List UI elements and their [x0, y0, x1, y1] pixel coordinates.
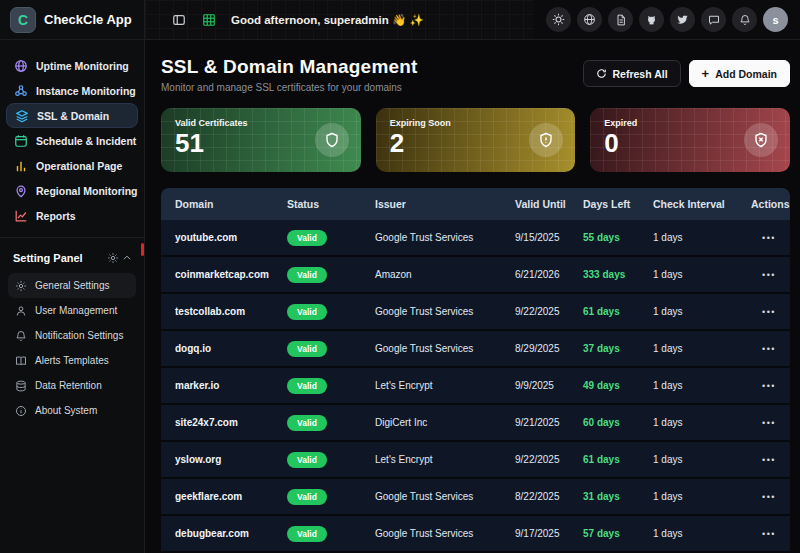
table-row[interactable]: marker.io Valid Let's Encrypt 9/9/2025 4…	[161, 368, 790, 405]
sidebar-item-label: Schedule & Incident	[36, 135, 136, 147]
add-domain-button[interactable]: + Add Domain	[689, 60, 790, 87]
sidebar-item-alerts-templates[interactable]: Alerts Templates	[8, 348, 136, 373]
check-interval-cell: 1 days	[653, 232, 751, 243]
sidebar-item-data-retention[interactable]: Data Retention	[8, 373, 136, 398]
sidebar-item-general-settings[interactable]: General Settings	[8, 273, 136, 298]
column-header-days-left: Days Left	[583, 198, 653, 210]
row-actions-button[interactable]: •••	[762, 270, 776, 280]
domains-table: Domain Status Issuer Valid Until Days Le…	[161, 188, 790, 553]
status-badge: Valid	[287, 304, 327, 320]
issuer-cell: Amazon	[375, 269, 515, 280]
row-actions-button[interactable]: •••	[762, 307, 776, 317]
table-row[interactable]: debugbear.com Valid Google Trust Service…	[161, 516, 790, 553]
globe-icon	[583, 13, 596, 26]
status-badge: Valid	[287, 230, 327, 246]
status-cell: Valid	[287, 341, 375, 357]
status-badge: Valid	[287, 415, 327, 431]
page-header: SSL & Domain Management Monitor and mana…	[161, 56, 790, 93]
refresh-icon	[596, 68, 607, 79]
valid-until-cell: 9/22/2025	[515, 454, 583, 465]
issuer-cell: Google Trust Services	[375, 491, 515, 502]
sidebar-item-ssl-domain[interactable]: SSL & Domain	[6, 103, 138, 128]
sidebar-collapse-icon[interactable]	[171, 12, 187, 28]
table-row[interactable]: geekflare.com Valid Google Trust Service…	[161, 479, 790, 516]
status-badge: Valid	[287, 526, 327, 542]
docs-button[interactable]	[608, 7, 633, 32]
topbar-actions: s	[534, 0, 800, 39]
row-actions-button[interactable]: •••	[762, 418, 776, 428]
row-actions-button[interactable]: •••	[762, 529, 776, 539]
valid-until-cell: 9/17/2025	[515, 528, 583, 539]
add-domain-label: Add Domain	[715, 68, 777, 80]
bell-icon	[14, 329, 27, 342]
shield-x-icon	[744, 123, 778, 157]
github-icon	[645, 13, 658, 26]
table-row[interactable]: site24x7.com Valid DigiCert Inc 9/21/202…	[161, 405, 790, 442]
info-icon	[14, 404, 27, 417]
sidebar-item-label: Operational Page	[36, 160, 122, 172]
valid-until-cell: 8/29/2025	[515, 343, 583, 354]
twitter-button[interactable]	[670, 7, 695, 32]
globe-icon	[13, 58, 28, 73]
table-row[interactable]: yslow.org Valid Let's Encrypt 9/22/2025 …	[161, 442, 790, 479]
check-interval-cell: 1 days	[653, 306, 751, 317]
sidebar-item-label: Uptime Monitoring	[36, 60, 129, 72]
table-row[interactable]: youtube.com Valid Google Trust Services …	[161, 220, 790, 257]
status-badge: Valid	[287, 452, 327, 468]
app-window: C CheckCle App Good afternoon, superadmi…	[0, 0, 800, 553]
sidebar-item-schedule-incident[interactable]: Schedule & Incident	[6, 128, 138, 153]
sidebar-item-regional-monitoring[interactable]: Regional Monitoring	[6, 178, 138, 203]
settings-panel-header[interactable]: Setting Panel	[13, 247, 134, 269]
sidebar-item-operational-page[interactable]: Operational Page	[6, 153, 138, 178]
days-left-cell: 60 days	[583, 417, 653, 428]
issuer-cell: Google Trust Services	[375, 306, 515, 317]
check-interval-cell: 1 days	[653, 380, 751, 391]
sidebar-item-about-system[interactable]: About System	[8, 398, 136, 423]
cluster-icon	[13, 83, 28, 98]
sidebar-item-user-management[interactable]: User Management	[8, 298, 136, 323]
sidebar-item-label: Alerts Templates	[35, 355, 109, 366]
sidebar-item-reports[interactable]: Reports	[6, 203, 138, 228]
topbar: C CheckCle App Good afternoon, superadmi…	[0, 0, 800, 40]
domain-cell: dogq.io	[175, 343, 287, 354]
layers-icon	[14, 108, 29, 123]
sidebar-item-label: Data Retention	[35, 380, 102, 391]
language-button[interactable]	[577, 7, 602, 32]
settings-panel-title: Setting Panel	[13, 252, 106, 264]
row-actions-button[interactable]: •••	[762, 233, 776, 243]
bar-chart-icon	[13, 158, 28, 173]
user-avatar[interactable]: s	[763, 7, 788, 32]
days-left-cell: 31 days	[583, 491, 653, 502]
map-pin-icon	[13, 183, 28, 198]
stat-card-valid: Valid Certificates 51	[161, 108, 361, 172]
days-left-cell: 333 days	[583, 269, 653, 280]
refresh-all-button[interactable]: Refresh All	[583, 60, 681, 87]
table-row[interactable]: testcollab.com Valid Google Trust Servic…	[161, 294, 790, 331]
sidebar-item-uptime-monitoring[interactable]: Uptime Monitoring	[6, 53, 138, 78]
chat-button[interactable]	[701, 7, 726, 32]
table-body: youtube.com Valid Google Trust Services …	[161, 220, 790, 553]
theme-toggle-button[interactable]	[546, 7, 571, 32]
sidebar-item-instance-monitoring[interactable]: Instance Monitoring	[6, 78, 138, 103]
page-actions: Refresh All + Add Domain	[583, 60, 790, 87]
days-left-cell: 61 days	[583, 454, 653, 465]
column-header-domain: Domain	[175, 198, 287, 210]
column-header-actions: Actions	[751, 198, 790, 210]
table-row[interactable]: dogq.io Valid Google Trust Services 8/29…	[161, 331, 790, 368]
row-actions-button[interactable]: •••	[762, 492, 776, 502]
table-row[interactable]: coinmarketcap.com Valid Amazon 6/21/2026…	[161, 257, 790, 294]
stat-cards: Valid Certificates 51 Expiring Soon 2 Ex…	[161, 108, 790, 172]
domain-cell: testcollab.com	[175, 306, 287, 317]
row-actions-button[interactable]: •••	[762, 344, 776, 354]
column-header-issuer: Issuer	[375, 198, 515, 210]
sidebar-item-label: Regional Monitoring	[36, 185, 138, 197]
grid-icon[interactable]	[201, 12, 217, 28]
row-actions-button[interactable]: •••	[762, 381, 776, 391]
logo-letter: C	[18, 12, 28, 28]
domain-cell: coinmarketcap.com	[175, 269, 287, 280]
sidebar-item-notification-settings[interactable]: Notification Settings	[8, 323, 136, 348]
row-actions-button[interactable]: •••	[762, 455, 776, 465]
notifications-button[interactable]	[732, 7, 757, 32]
github-button[interactable]	[639, 7, 664, 32]
book-icon	[14, 354, 27, 367]
